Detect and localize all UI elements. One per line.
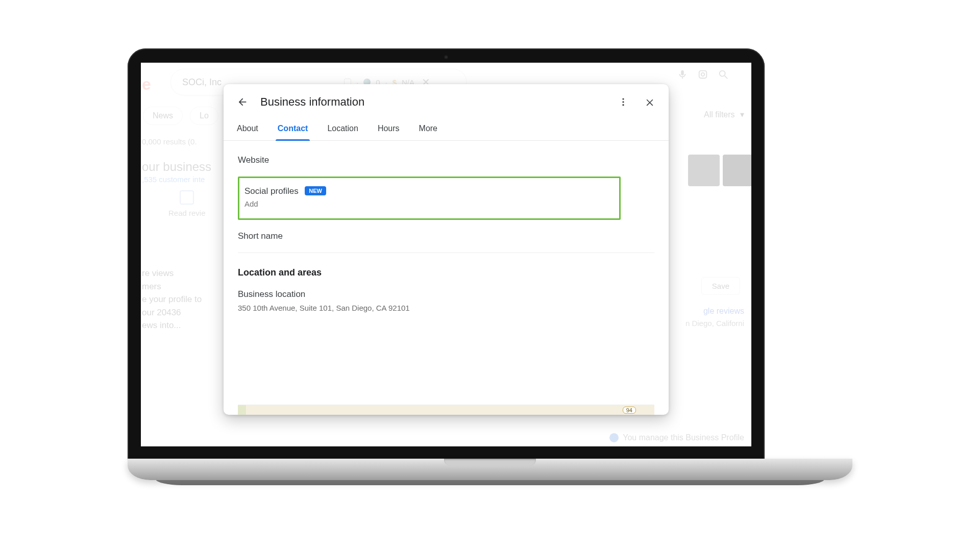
social-profiles-add-action[interactable]: Add [244,199,614,208]
laptop-base [128,459,852,480]
social-profiles-header: Social profiles NEW [244,186,614,196]
social-profiles-section[interactable]: Social profiles NEW Add [238,177,621,220]
divider [238,253,654,253]
camera-icon [444,55,448,59]
tab-location[interactable]: Location [325,119,360,140]
tab-hours[interactable]: Hours [376,119,402,140]
highway-shield-icon: 94 [623,407,636,414]
laptop-notch [444,459,536,466]
short-name-section[interactable]: Short name [238,231,654,241]
stage: e SOCi, Inc · 0 · $ N/A ✕ [0,0,980,551]
tab-contact[interactable]: Contact [276,119,310,140]
dialog-body: Website Social profiles NEW Add Short na… [224,141,669,415]
dialog-header: Business information [224,84,669,114]
tab-about[interactable]: About [235,119,260,140]
dialog-tabs: About Contact Location Hours More [224,114,669,141]
more-options-button[interactable] [615,93,632,111]
back-button[interactable] [234,93,251,111]
business-location-address: 350 10th Avenue, Suite 101, San Diego, C… [238,304,654,312]
svg-point-4 [622,98,624,99]
screen: e SOCi, Inc · 0 · $ N/A ✕ [141,63,751,446]
website-section[interactable]: Website [238,155,654,165]
kebab-icon [618,97,628,107]
map-preview[interactable]: 94 [238,405,654,415]
laptop-screen-bezel: e SOCi, Inc · 0 · $ N/A ✕ [128,48,765,460]
dialog-title: Business information [260,95,364,109]
business-location-label[interactable]: Business location [238,289,654,299]
svg-point-5 [622,101,624,103]
business-information-dialog: Business information About Contact Locat… [224,84,669,415]
social-profiles-label: Social profiles [244,186,299,196]
svg-point-6 [622,104,624,106]
location-areas-heading: Location and areas [238,267,654,278]
close-icon [645,97,655,107]
close-button[interactable] [641,93,658,111]
tab-more[interactable]: More [417,119,439,140]
arrow-left-icon [237,96,248,108]
new-badge: NEW [305,186,326,195]
laptop-mockup: e SOCi, Inc · 0 · $ N/A ✕ [128,48,852,485]
